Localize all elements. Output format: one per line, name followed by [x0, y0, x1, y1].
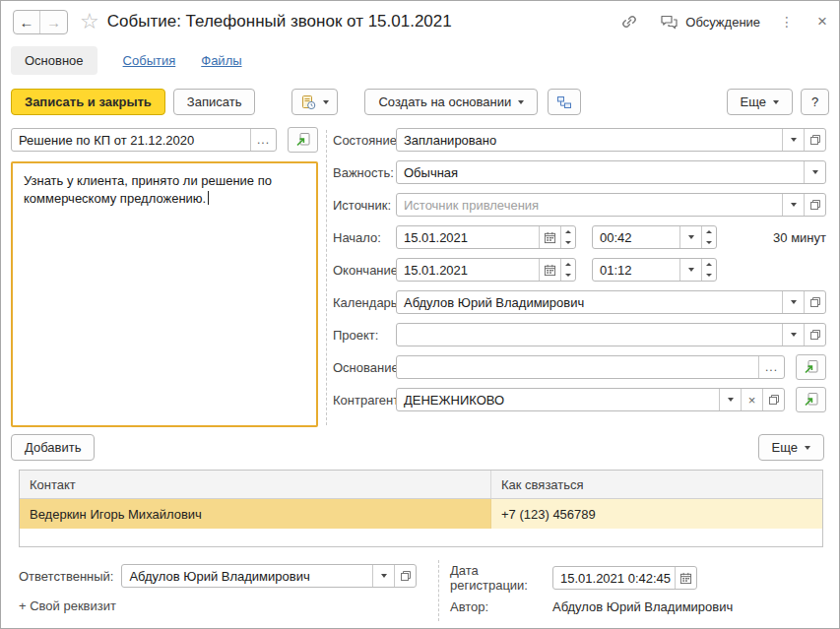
importance-value[interactable]: Обычная — [397, 161, 804, 183]
description-textarea[interactable]: Узнать у клиента, принято ли решение по … — [11, 161, 318, 427]
save-button[interactable]: Записать — [173, 89, 256, 115]
forward-button[interactable]: → — [40, 11, 67, 33]
start-date-calendar-button[interactable] — [539, 226, 560, 248]
subject-field[interactable]: Решение по КП от 21.12.2020 ... — [11, 128, 277, 152]
column-header-how-to-contact[interactable]: Как связаться — [491, 471, 822, 498]
state-value[interactable]: Запланировано — [397, 129, 782, 151]
column-header-contact[interactable]: Контакт — [20, 471, 491, 498]
counterparty-dropdown-button[interactable] — [719, 389, 741, 410]
counterparty-clear-button[interactable]: × — [741, 389, 762, 410]
project-open-button[interactable] — [804, 324, 825, 346]
spinner-up-icon[interactable] — [561, 226, 575, 237]
state-open-button[interactable] — [804, 129, 825, 151]
end-date-spinner[interactable] — [560, 259, 575, 281]
registration-date-calendar-button[interactable] — [675, 567, 696, 589]
counterparty-open-button[interactable] — [762, 389, 784, 410]
contact-phone-cell[interactable]: +7 (123) 456789 — [491, 499, 822, 529]
basis-value[interactable] — [397, 356, 758, 378]
tab-files[interactable]: Файлы — [201, 53, 241, 68]
end-date-field[interactable]: 15.01.2021 — [396, 258, 576, 282]
start-time-dropdown-button[interactable] — [679, 226, 701, 248]
responsible-field[interactable]: Абдулов Юрий Владимирович — [121, 564, 417, 588]
reminder-button[interactable] — [291, 89, 338, 115]
calendar-open-button[interactable] — [804, 291, 825, 313]
favorite-star-icon[interactable]: ☆ — [80, 11, 99, 32]
calendar-value[interactable]: Абдулов Юрий Владимирович — [397, 291, 782, 313]
project-field[interactable] — [396, 323, 826, 346]
end-time-spinner[interactable] — [701, 259, 716, 281]
spinner-up-icon[interactable] — [702, 259, 716, 270]
basis-field[interactable]: ... — [396, 355, 785, 379]
link-icon[interactable] — [620, 13, 638, 31]
right-column: Состояние: Запланировано Важность: Обычн… — [333, 128, 826, 420]
source-dropdown-button[interactable] — [782, 194, 804, 216]
add-custom-attribute-link[interactable]: + Свой реквизит — [19, 598, 116, 613]
counterparty-field[interactable]: ДЕНЕЖНИКОВО × — [396, 388, 785, 411]
tab-main[interactable]: Основное — [11, 46, 97, 75]
start-date-value[interactable]: 15.01.2021 — [397, 226, 539, 248]
more-menu-icon[interactable]: ⋮ — [780, 14, 794, 30]
start-date-spinner[interactable] — [560, 226, 575, 248]
help-button[interactable]: ? — [801, 89, 829, 115]
open-window-icon — [809, 296, 821, 308]
discussion-button[interactable]: Обсуждение — [660, 14, 760, 31]
responsible-open-button[interactable] — [394, 565, 416, 587]
basis-row: Основание: ... — [333, 355, 826, 379]
back-button[interactable]: ← — [14, 11, 40, 33]
subject-select-button[interactable]: ... — [250, 129, 276, 151]
responsible-dropdown-button[interactable] — [372, 565, 394, 587]
project-dropdown-button[interactable] — [782, 324, 804, 346]
author-label: Автор: — [450, 599, 552, 614]
start-time-field[interactable]: 00:42 — [592, 225, 717, 249]
contact-name-cell[interactable]: Ведеркин Игорь Михайлович — [20, 499, 491, 529]
end-time-dropdown-button[interactable] — [679, 259, 701, 281]
project-value[interactable] — [397, 324, 782, 346]
spinner-down-icon[interactable] — [561, 237, 575, 248]
spinner-down-icon[interactable] — [561, 270, 575, 281]
registration-date-field[interactable]: 15.01.2021 0:42:45 — [552, 566, 697, 590]
source-row: Источник: Источник привлечения — [333, 193, 826, 217]
basis-select-button[interactable]: ... — [758, 356, 784, 378]
state-dropdown-button[interactable] — [782, 129, 804, 151]
end-time-field[interactable]: 01:12 — [592, 258, 717, 282]
spinner-down-icon[interactable] — [702, 270, 716, 281]
source-placeholder[interactable]: Источник привлечения — [397, 194, 782, 216]
source-open-button[interactable] — [804, 194, 825, 216]
open-window-icon — [809, 199, 821, 211]
subject-open-button[interactable] — [288, 127, 318, 153]
spinner-up-icon[interactable] — [561, 259, 575, 270]
end-date-value[interactable]: 15.01.2021 — [397, 259, 539, 281]
project-row: Проект: — [333, 323, 826, 346]
spinner-down-icon[interactable] — [702, 237, 716, 248]
toolbar-more-button[interactable]: Еще — [727, 89, 793, 115]
end-date-calendar-button[interactable] — [539, 259, 560, 281]
subject-value[interactable]: Решение по КП от 21.12.2020 — [12, 129, 250, 151]
start-row: Начало: 15.01.2021 00:42 — [333, 225, 826, 249]
spinner-up-icon[interactable] — [702, 226, 716, 237]
start-time-value[interactable]: 00:42 — [593, 226, 679, 248]
start-time-spinner[interactable] — [701, 226, 716, 248]
toolbar-more-label: Еще — [741, 94, 766, 109]
counterparty-goto-button[interactable] — [796, 387, 826, 412]
end-time-value[interactable]: 01:12 — [593, 259, 679, 281]
create-based-on-button[interactable]: Создать на основании — [364, 89, 538, 115]
importance-field[interactable]: Обычная — [396, 160, 826, 184]
registration-date-value[interactable]: 15.01.2021 0:42:45 — [553, 567, 675, 589]
tab-events[interactable]: События — [123, 53, 176, 68]
source-field[interactable]: Источник привлечения — [396, 193, 826, 217]
description-text: Узнать у клиента, принято ли решение по … — [24, 173, 272, 206]
state-field[interactable]: Запланировано — [396, 128, 826, 152]
basis-open-button[interactable] — [796, 354, 826, 380]
importance-dropdown-button[interactable] — [804, 161, 825, 183]
contacts-more-button[interactable]: Еще — [758, 434, 824, 461]
save-and-close-button[interactable]: Записать и закрыть — [11, 89, 165, 115]
add-contact-button[interactable]: Добавить — [11, 434, 95, 461]
responsible-value[interactable]: Абдулов Юрий Владимирович — [122, 565, 372, 587]
start-date-field[interactable]: 15.01.2021 — [396, 225, 576, 249]
table-row[interactable]: Ведеркин Игорь Михайлович +7 (123) 45678… — [20, 499, 822, 529]
calendar-dropdown-button[interactable] — [782, 291, 804, 313]
calendar-field[interactable]: Абдулов Юрий Владимирович — [396, 290, 826, 314]
close-icon[interactable]: × — [817, 12, 827, 31]
counterparty-value[interactable]: ДЕНЕЖНИКОВО — [397, 389, 719, 410]
subordination-structure-button[interactable] — [548, 89, 581, 115]
